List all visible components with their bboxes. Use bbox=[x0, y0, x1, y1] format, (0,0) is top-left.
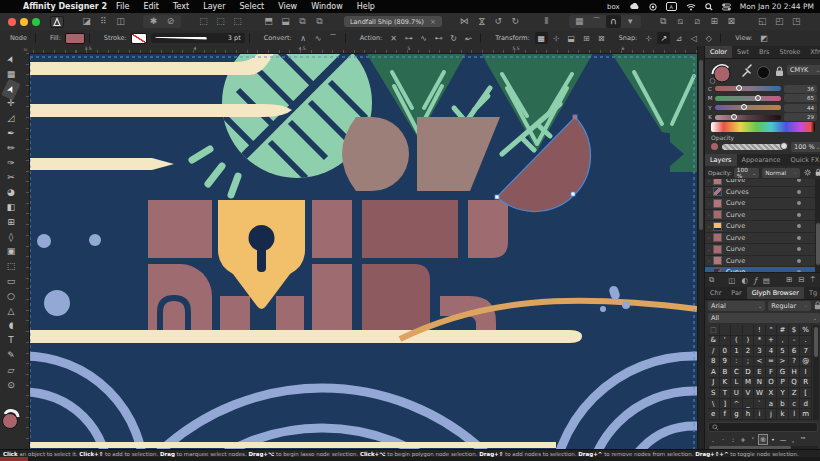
layer-thumbnail[interactable] bbox=[713, 222, 722, 231]
recent-glyph-cell[interactable]: ' bbox=[748, 434, 758, 445]
glyph-cell[interactable]: * bbox=[754, 336, 766, 347]
menu-item-view[interactable]: View bbox=[278, 2, 297, 11]
tab-layers[interactable]: Layers bbox=[705, 154, 737, 166]
glyph-cell[interactable]: 0 bbox=[720, 346, 732, 357]
slider-value-k[interactable]: 29 bbox=[784, 113, 817, 121]
stroke-width-control[interactable]: 3 pt bbox=[151, 33, 245, 43]
glyph-cell[interactable]: f bbox=[720, 409, 732, 420]
glyph-cell[interactable]: = bbox=[766, 357, 778, 368]
pen-tool[interactable]: ✒ bbox=[2, 127, 20, 140]
font-family-select[interactable]: Arial⌄ bbox=[708, 301, 765, 311]
glyph-cell[interactable]: 6 bbox=[789, 346, 801, 357]
transparency-tool[interactable]: ◧ bbox=[2, 201, 20, 214]
layer-visibility-checkbox[interactable] bbox=[797, 224, 801, 228]
glyph-cell[interactable]: g bbox=[731, 409, 743, 420]
rectangle-tool[interactable]: ▭ bbox=[2, 275, 20, 288]
expand-arrow-icon[interactable]: › bbox=[705, 179, 713, 184]
glyph-cell[interactable]: B bbox=[720, 367, 732, 378]
glyph-cell[interactable]: h bbox=[743, 409, 755, 420]
glyph-cell[interactable] bbox=[720, 325, 732, 336]
spotlight-search-icon[interactable] bbox=[705, 3, 713, 11]
glyph-cell[interactable]: ; bbox=[743, 357, 755, 368]
rotate-cw-icon[interactable]: ↻ bbox=[508, 15, 523, 28]
glyph-cell[interactable]: L bbox=[731, 378, 743, 389]
crop-tool[interactable]: ⬚ bbox=[2, 260, 20, 273]
color-selector-well[interactable] bbox=[2, 404, 20, 432]
layer-row[interactable]: ›Curve bbox=[705, 256, 815, 268]
layer-visibility-checkbox[interactable] bbox=[797, 236, 801, 240]
tab-swt[interactable]: Swt bbox=[732, 46, 754, 58]
control-center-icon[interactable] bbox=[722, 3, 731, 11]
layer-row[interactable]: ›Curve bbox=[705, 210, 815, 222]
glyph-cell[interactable]: + bbox=[766, 336, 778, 347]
expand-arrow-icon[interactable]: › bbox=[705, 257, 713, 264]
cloud-icon[interactable] bbox=[629, 3, 640, 10]
glyph-cell[interactable]: X bbox=[766, 388, 778, 399]
snapping-toggle-icon[interactable]: ∩ bbox=[606, 15, 621, 28]
app-menu[interactable]: Affinity Designer 2 bbox=[23, 2, 107, 11]
adjustment-layer-icon[interactable]: ◐ bbox=[741, 276, 748, 285]
layer-thumbnail[interactable] bbox=[713, 245, 722, 254]
glyph-cell[interactable]: D bbox=[743, 367, 755, 378]
glyph-cell[interactable]: H bbox=[789, 367, 801, 378]
glyph-cell[interactable]: % bbox=[800, 325, 812, 336]
tab-xfm[interactable]: Xfm bbox=[805, 46, 820, 58]
glyph-cell[interactable]: U bbox=[731, 388, 743, 399]
tab-quick-fx[interactable]: Quick FX bbox=[786, 154, 820, 166]
transform-box-icon[interactable]: ⬓ bbox=[565, 32, 578, 44]
slider-thumb[interactable] bbox=[741, 104, 747, 110]
vector-brush-tool[interactable]: ✑ bbox=[2, 157, 20, 170]
zoom-window-button[interactable] bbox=[32, 18, 40, 26]
layer-thumbnail[interactable] bbox=[713, 233, 722, 242]
glyph-cell[interactable]: \ bbox=[708, 399, 720, 410]
scrollbar-thumb[interactable] bbox=[699, 60, 703, 230]
layer-row[interactable]: ›Curve bbox=[705, 244, 815, 256]
close-document-icon[interactable]: × bbox=[430, 18, 436, 26]
layer-thumbnail[interactable] bbox=[713, 256, 722, 265]
glyph-scrollbar[interactable] bbox=[813, 325, 819, 420]
active-color-swatch[interactable] bbox=[709, 62, 739, 84]
slider-track-y[interactable] bbox=[715, 105, 781, 110]
glyph-cell[interactable]: c bbox=[789, 399, 801, 410]
view-mode-icon[interactable]: ◩ bbox=[758, 32, 771, 44]
preferences-gear-icon[interactable]: ✱ bbox=[146, 15, 161, 28]
wifi-icon[interactable] bbox=[686, 3, 696, 11]
glyph-cell[interactable] bbox=[731, 325, 743, 336]
opacity-slider-thumb[interactable] bbox=[780, 142, 788, 150]
rotate-ccw-icon[interactable]: ↺ bbox=[491, 15, 506, 28]
glyph-cell[interactable]: , bbox=[777, 336, 789, 347]
mask-layer-icon[interactable]: ◫ bbox=[728, 276, 735, 285]
font-style-select[interactable]: Regular⌵ bbox=[768, 301, 811, 311]
glyph-scrollbar-thumb[interactable] bbox=[814, 327, 818, 357]
glyph-cell[interactable]: M bbox=[743, 378, 755, 389]
glyph-filter-select[interactable]: All⌄ bbox=[708, 313, 820, 323]
flip-horizontal-icon[interactable]: ⋈ bbox=[457, 15, 472, 28]
glyph-cell[interactable]: K bbox=[720, 378, 732, 389]
glyph-cell[interactable]: @ bbox=[800, 357, 812, 368]
glyph-cell[interactable]: 8 bbox=[708, 357, 720, 368]
glyph-cell[interactable]: 1 bbox=[731, 346, 743, 357]
pencil-tool[interactable]: ✏ bbox=[2, 142, 20, 155]
glyph-cell[interactable]: ) bbox=[743, 336, 755, 347]
close-window-button[interactable] bbox=[8, 18, 16, 26]
color-mode-select[interactable]: CMYK⌄ bbox=[787, 65, 820, 75]
layer-row[interactable]: ›Curve bbox=[705, 198, 815, 210]
flip-vertical-icon[interactable]: ⋈ bbox=[475, 14, 488, 29]
alignment-icon[interactable]: ⫴ bbox=[539, 15, 554, 28]
glyph-cell[interactable]: l bbox=[789, 409, 801, 420]
glyph-cell[interactable]: . bbox=[800, 336, 812, 347]
menu-item-file[interactable]: File bbox=[116, 2, 129, 11]
boolean-combine-icon[interactable]: ⊠ bbox=[724, 15, 739, 28]
custom-shape-tool[interactable]: ◖ bbox=[2, 319, 20, 332]
tab-brs[interactable]: Brs bbox=[754, 46, 775, 58]
glyph-cell[interactable]: 4 bbox=[766, 346, 778, 357]
glyph-cell[interactable]: [ bbox=[800, 388, 812, 399]
layer-visibility-checkbox[interactable] bbox=[797, 201, 801, 205]
duplicate-layer-icon[interactable]: ⊟ bbox=[798, 275, 804, 285]
action-close-curve-icon[interactable]: ⊶ bbox=[402, 32, 415, 44]
ellipse-tool[interactable]: ○ bbox=[2, 290, 20, 303]
layer-effects-icon[interactable]: ƒ bbox=[754, 276, 757, 285]
glyph-cell[interactable]: # bbox=[777, 325, 789, 336]
delete-layer-icon[interactable]: ⍑ bbox=[811, 275, 816, 285]
minimize-window-button[interactable] bbox=[20, 18, 28, 26]
